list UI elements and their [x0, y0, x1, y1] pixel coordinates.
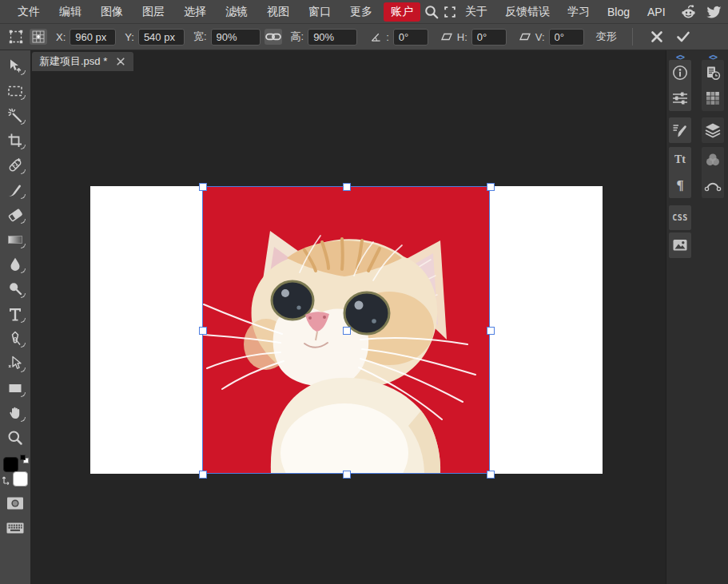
- angle-icon: [369, 27, 382, 46]
- subtool-indicator: [21, 169, 26, 174]
- transform-handle-mid-right[interactable]: [487, 327, 495, 335]
- skew-v-input[interactable]: [549, 29, 584, 46]
- warp-button[interactable]: 变形: [596, 30, 617, 44]
- colors-panel-icon[interactable]: [702, 147, 724, 173]
- y-label: Y:: [125, 31, 134, 43]
- transform-handle-top-left[interactable]: [199, 183, 207, 191]
- menu-report-bug[interactable]: 反馈错误: [497, 2, 558, 22]
- transform-handle-bottom-center[interactable]: [343, 471, 351, 479]
- angle-colon: :: [386, 31, 389, 43]
- blur-tool[interactable]: [2, 253, 29, 276]
- width-label: 宽:: [193, 30, 207, 44]
- subtool-indicator: [21, 392, 26, 397]
- curves-panel-icon[interactable]: [702, 173, 724, 198]
- marquee-tool[interactable]: [2, 80, 29, 102]
- eraser-tool[interactable]: [2, 204, 29, 226]
- document-tab-title: 新建项目.psd *: [39, 54, 107, 69]
- transform-handle-bottom-left[interactable]: [199, 471, 207, 479]
- subtool-indicator: [21, 268, 26, 273]
- menu-window[interactable]: 窗口: [299, 2, 340, 22]
- subtool-indicator: [21, 417, 26, 422]
- transform-handle-mid-left[interactable]: [199, 327, 207, 335]
- swap-colors-icon[interactable]: [2, 474, 11, 485]
- dodge-tool[interactable]: [2, 278, 29, 300]
- foreground-color-swatch[interactable]: [3, 457, 18, 472]
- reference-point-icon[interactable]: [30, 29, 47, 45]
- swatches-grid-panel-icon[interactable]: [702, 85, 724, 111]
- width-input[interactable]: [211, 29, 261, 46]
- menu-blog[interactable]: Blog: [599, 3, 638, 21]
- skew-v-icon: [519, 27, 531, 46]
- gradient-tool[interactable]: [2, 228, 29, 251]
- transform-options-bar: X: Y: 宽: 高: : H: V: 变形: [0, 24, 728, 50]
- options-divider: [632, 28, 633, 46]
- search-icon[interactable]: [424, 2, 440, 22]
- subtool-indicator: [21, 219, 26, 224]
- move-tool[interactable]: [2, 55, 29, 77]
- twitter-icon[interactable]: [704, 2, 725, 22]
- subtool-indicator: [21, 293, 26, 298]
- heal-tool[interactable]: [2, 154, 29, 177]
- hand-tool[interactable]: [2, 402, 29, 424]
- subtool-indicator: [21, 145, 26, 149]
- history-panel-icon[interactable]: [702, 60, 724, 85]
- keyboard-button[interactable]: [2, 517, 29, 539]
- skew-h-icon: [440, 27, 453, 46]
- height-input[interactable]: [308, 29, 357, 46]
- menu-view[interactable]: 视图: [257, 2, 299, 22]
- document-tab[interactable]: 新建项目.psd *: [32, 52, 133, 71]
- transform-handle-bottom-right[interactable]: [487, 471, 495, 479]
- default-colors-icon[interactable]: [20, 455, 29, 463]
- background-color-swatch[interactable]: [13, 471, 28, 487]
- transform-handle-top-center[interactable]: [343, 183, 351, 191]
- menu-filter[interactable]: 滤镜: [216, 2, 257, 22]
- css-panel-icon[interactable]: CSS: [669, 205, 691, 230]
- shape-tool[interactable]: [2, 377, 29, 399]
- skew-h-input[interactable]: [471, 29, 507, 46]
- cancel-transform-icon[interactable]: [646, 26, 667, 47]
- character-panel-icon[interactable]: Tt: [669, 147, 691, 173]
- menu-layer[interactable]: 图层: [133, 2, 174, 22]
- subtool-indicator: [21, 367, 26, 372]
- menu-select[interactable]: 选择: [174, 2, 216, 22]
- adjustments-panel-icon[interactable]: [669, 85, 691, 111]
- paragraph-panel-icon[interactable]: ¶: [669, 173, 691, 198]
- layers-panel-icon[interactable]: [702, 117, 724, 143]
- right-panel: <> <> Tt ¶ CSS: [666, 50, 728, 584]
- menu-bar: 文件 编辑 图像 图层 选择 滤镜 视图 窗口 更多 账户 关于 反馈错误 学习…: [0, 0, 728, 24]
- menu-learn[interactable]: 学习: [559, 2, 598, 22]
- tool-bar: [0, 50, 30, 584]
- subtool-indicator: [21, 120, 26, 125]
- menu-file[interactable]: 文件: [8, 2, 50, 22]
- brush-settings-panel-icon[interactable]: [669, 117, 691, 143]
- menu-about[interactable]: 关于: [457, 2, 495, 22]
- brush-tool[interactable]: [2, 179, 29, 201]
- skew-h-label: H:: [457, 31, 467, 43]
- account-button[interactable]: 账户: [384, 2, 420, 22]
- menu-bar-right: 关于 反馈错误 学习 Blog API: [457, 2, 728, 22]
- x-input[interactable]: [70, 29, 116, 46]
- tab-close-icon[interactable]: [115, 56, 126, 67]
- angle-input[interactable]: [393, 29, 428, 46]
- confirm-transform-icon[interactable]: [673, 26, 694, 47]
- fullscreen-icon[interactable]: [443, 2, 457, 22]
- type-tool[interactable]: [2, 303, 29, 325]
- menu-image[interactable]: 图像: [91, 2, 133, 22]
- magic-wand-tool[interactable]: [2, 105, 29, 127]
- menu-more[interactable]: 更多: [340, 2, 382, 22]
- subtool-indicator: [21, 244, 26, 248]
- menu-edit[interactable]: 编辑: [50, 2, 91, 22]
- reddit-icon[interactable]: [678, 2, 699, 22]
- quick-mask-button[interactable]: [2, 492, 29, 514]
- link-icon[interactable]: [265, 29, 282, 45]
- path-select-tool[interactable]: [2, 352, 29, 375]
- pen-tool[interactable]: [2, 328, 29, 350]
- y-input[interactable]: [138, 29, 185, 46]
- crop-tool[interactable]: [2, 129, 29, 152]
- info-panel-icon[interactable]: [669, 60, 691, 85]
- menu-api[interactable]: API: [639, 3, 674, 21]
- image-panel-icon[interactable]: [669, 232, 691, 258]
- transform-reference-point[interactable]: [343, 327, 351, 335]
- zoom-tool[interactable]: [2, 427, 29, 449]
- transform-handle-top-right[interactable]: [487, 183, 495, 191]
